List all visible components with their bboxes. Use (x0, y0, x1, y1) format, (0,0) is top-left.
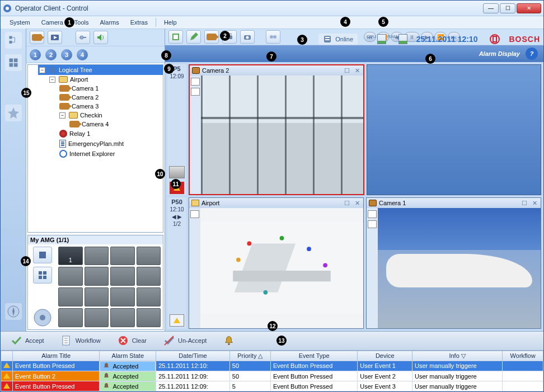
tree-checkin[interactable]: −Checkin (58, 111, 163, 120)
snapshot-cam-button[interactable] (204, 30, 219, 44)
amg-cell[interactable] (58, 267, 83, 286)
layout-2[interactable]: 2 (45, 49, 57, 60)
workflow-button[interactable]: Workflow (57, 334, 105, 347)
amg-cell[interactable] (137, 267, 161, 286)
amg-cell[interactable] (58, 287, 83, 306)
clear-button[interactable]: Clear (113, 334, 151, 347)
tree-cam3[interactable]: Camera 3 (58, 102, 163, 111)
col-priority[interactable]: Priority △ (229, 351, 270, 361)
menu-help[interactable]: Help (158, 18, 182, 27)
col-title[interactable]: Alarm Title (13, 351, 100, 361)
amg-cell[interactable] (58, 308, 83, 327)
thumbnail[interactable] (169, 166, 185, 178)
compass-icon[interactable] (5, 303, 22, 320)
edit-button[interactable] (186, 30, 201, 44)
tree-cam4[interactable]: Camera 4 (68, 120, 163, 129)
snapshot-button[interactable] (240, 30, 255, 44)
camera-button[interactable] (30, 31, 44, 44)
amg-cell[interactable] (110, 308, 135, 327)
tree-cam1[interactable]: Camera 1 (58, 84, 163, 93)
pane-close[interactable]: ✕ (531, 199, 538, 207)
amg-cell[interactable] (85, 267, 109, 286)
tree-cam2[interactable]: Camera 2 (58, 93, 163, 102)
pane-maximize[interactable]: ☐ (520, 199, 528, 207)
menu-alarms[interactable]: Alarms (95, 18, 125, 27)
accept-button[interactable]: Accept (6, 334, 49, 347)
audio-icon[interactable] (191, 88, 200, 96)
pane-maximize[interactable]: ☐ (343, 199, 351, 207)
slider-button[interactable] (76, 31, 90, 44)
amg-cell[interactable] (85, 308, 109, 327)
ptz-dpad-icon[interactable] (33, 308, 52, 327)
tree-eplan[interactable]: EmergencyPlan.mht (58, 139, 163, 149)
tree-relay[interactable]: Relay 1 (58, 129, 163, 139)
layout-1[interactable]: 1 (30, 49, 41, 60)
cell-state-label: Accepted (112, 373, 138, 380)
page-next[interactable]: ▶ (177, 214, 182, 220)
col-state[interactable]: Alarm State (100, 351, 156, 361)
amg-cell[interactable] (137, 247, 161, 266)
instant-replay-icon[interactable] (368, 210, 377, 218)
grid-icon[interactable] (5, 54, 22, 71)
amg-cell[interactable] (137, 308, 161, 327)
cell-datetime: 25.11.2011 12:10: (156, 361, 230, 371)
alarm-row[interactable]: Event Button Pressed Accepted 25.11.2011… (1, 381, 543, 391)
video-feed-camera-1[interactable] (378, 208, 541, 328)
help-button[interactable]: ? (526, 48, 538, 60)
alert-icon[interactable] (170, 314, 184, 327)
minimize-button[interactable]: — (483, 3, 499, 13)
col-type[interactable]: Event Type (270, 351, 357, 361)
pane-camera-2[interactable]: Camera 2 ☐ ✕ (189, 64, 364, 195)
tree-ie[interactable]: Internet Explorer (58, 149, 163, 159)
pane-camera-1[interactable]: Camera 1 ☐ ✕ (366, 197, 541, 328)
layout-4[interactable]: 4 (77, 49, 88, 60)
amg-cell[interactable] (110, 267, 135, 286)
amg-cell[interactable] (110, 287, 135, 306)
instant-replay-icon[interactable] (191, 78, 200, 86)
link-button[interactable] (266, 30, 280, 44)
amg-cell[interactable] (85, 287, 109, 306)
bell-button[interactable] (219, 334, 239, 347)
col-workflow[interactable]: Workflow (503, 351, 543, 361)
audio-icon[interactable] (368, 220, 377, 228)
amg-cell-1[interactable]: 1 (58, 247, 83, 266)
quad-view-icon[interactable] (33, 267, 52, 284)
menu-camera[interactable]: Camera (36, 18, 69, 27)
unaccept-button[interactable]: Un-Accept (159, 334, 211, 347)
empty-alarm-pane[interactable] (367, 64, 541, 195)
ref-image-button[interactable] (168, 30, 183, 44)
record-button[interactable] (48, 31, 62, 44)
audio-button[interactable] (93, 31, 108, 44)
pane-maximize[interactable]: ☐ (343, 67, 351, 74)
pane-airport-map[interactable]: Airport ☐ ✕ (189, 197, 364, 328)
amg-cell[interactable] (110, 247, 135, 266)
expand-toggle[interactable]: − (49, 77, 55, 83)
pane-close[interactable]: ✕ (353, 199, 361, 207)
tree-airport[interactable]: −Airport (48, 75, 163, 84)
expand-toggle[interactable]: − (39, 67, 45, 73)
col-device[interactable]: Device (358, 351, 412, 361)
single-view-icon[interactable] (33, 247, 52, 263)
close-button[interactable]: ✕ (517, 3, 541, 13)
layout-3[interactable]: 3 (61, 49, 72, 60)
menu-system[interactable]: System (4, 18, 36, 27)
page-prev[interactable]: ◀ (172, 214, 176, 220)
amg-cell[interactable] (85, 247, 109, 266)
video-feed-camera-2[interactable] (201, 75, 363, 194)
amg-cell[interactable] (137, 287, 161, 306)
tree-root[interactable]: −Logical Tree (38, 65, 163, 75)
alarm-row[interactable]: Event Button Pressed Accepted 25.11.2011… (1, 361, 543, 371)
maximize-button[interactable]: ☐ (500, 3, 515, 13)
airport-map[interactable] (200, 208, 363, 328)
alarm-row[interactable]: Event Button 2 Accepted 25.11.2011 12:09… (1, 371, 543, 381)
favorites-icon[interactable] (5, 105, 22, 121)
menu-extras[interactable]: Extras (125, 18, 153, 27)
online-status[interactable]: Online (318, 34, 358, 45)
col-indicator[interactable] (1, 351, 13, 361)
col-datetime[interactable]: Date/Time (156, 351, 230, 361)
expand-toggle[interactable]: − (59, 112, 65, 119)
audio-icon[interactable] (190, 210, 199, 218)
col-info[interactable]: Info ▽ (412, 351, 503, 361)
tree-view-icon[interactable] (5, 32, 22, 49)
pane-close[interactable]: ✕ (353, 67, 361, 74)
